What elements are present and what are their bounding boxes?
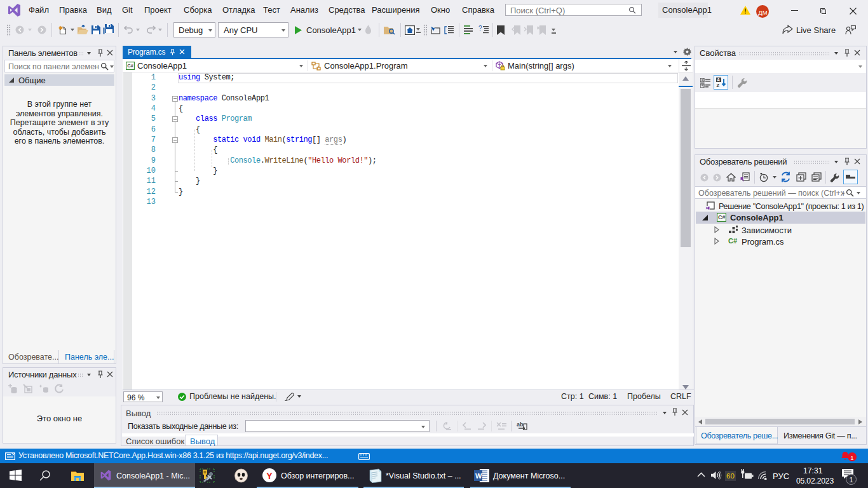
svg-text:ab: ab	[517, 421, 524, 428]
svg-text:C#: C#	[127, 63, 133, 69]
svg-text:A: A	[717, 78, 720, 82]
svg-text:W: W	[475, 472, 482, 480]
svg-text:?: ?	[478, 25, 482, 32]
svg-text:C#: C#	[718, 214, 726, 220]
svg-text:Z: Z	[717, 83, 720, 88]
